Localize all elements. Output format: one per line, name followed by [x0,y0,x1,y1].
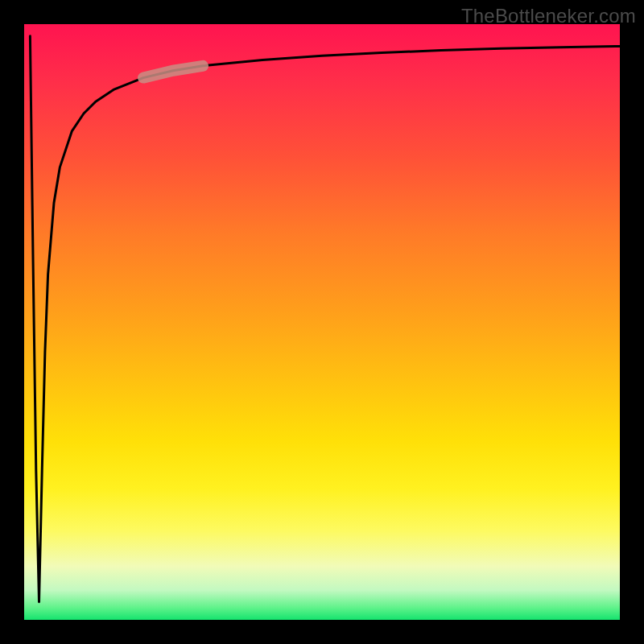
chart-stage: TheBottleneker.com [0,0,644,644]
highlight-segment [143,66,203,78]
bottleneck-curve [30,36,620,602]
curve-layer [24,24,620,620]
plot-area [24,24,620,620]
